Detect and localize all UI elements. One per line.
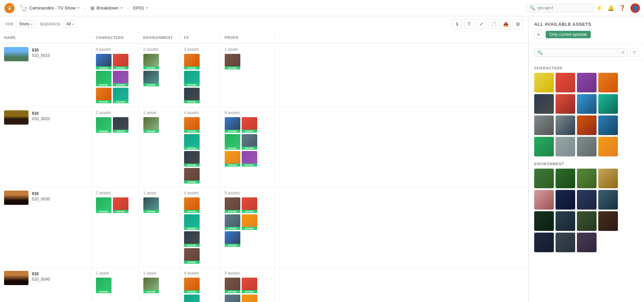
environment-thumb[interactable]: animate [143, 197, 159, 213]
character-thumb[interactable]: animate [113, 88, 128, 103]
panel-environment-thumb[interactable] [577, 169, 597, 188]
fx-thumb[interactable]: animate [184, 295, 200, 302]
character-thumb[interactable]: animate [96, 71, 112, 86]
prop-thumb[interactable]: animate [225, 151, 240, 167]
help-icon[interactable]: ❓ [619, 5, 626, 11]
character-thumb[interactable]: animate [96, 278, 112, 293]
panel-character-thumb[interactable] [577, 115, 597, 135]
shot-thumbnail[interactable] [4, 191, 28, 205]
fx-thumb[interactable]: animate [184, 117, 200, 133]
app-logo[interactable] [4, 3, 15, 14]
character-thumb[interactable]: animate [113, 117, 128, 133]
bell-icon[interactable]: 🔔 [607, 5, 614, 11]
character-thumb[interactable]: animate [113, 197, 128, 213]
panel-character-thumb[interactable] [534, 137, 554, 156]
fx-thumb[interactable]: animate [184, 278, 200, 293]
prop-thumb[interactable]: animate [225, 278, 240, 293]
character-thumb[interactable]: animate [96, 117, 112, 133]
for-select[interactable]: Shots ▾ [16, 20, 36, 28]
fx-thumb[interactable]: animate [184, 54, 200, 69]
shot-thumbnail[interactable] [4, 47, 28, 61]
project-nav-item[interactable]: 🦙 Caminandes - TV Show ▾ [17, 3, 82, 13]
filter-assets-btn[interactable]: ▽ [630, 48, 639, 57]
prop-thumb[interactable]: animate [242, 295, 257, 302]
panel-character-thumb[interactable] [556, 94, 575, 114]
prop-thumb[interactable]: animate [225, 54, 240, 69]
grid-btn[interactable]: ⊞ [513, 19, 523, 29]
panel-environment-thumb[interactable] [534, 190, 554, 210]
lightning-icon[interactable]: ⚡ [596, 5, 603, 11]
character-thumb[interactable]: animate [113, 54, 128, 69]
global-search-input[interactable] [537, 6, 578, 10]
prop-thumb[interactable]: animate [242, 278, 257, 293]
prop-thumb[interactable]: animate [242, 197, 257, 213]
shot-thumbnail[interactable] [4, 271, 28, 285]
export-btn[interactable]: 📤 [501, 19, 511, 29]
prop-thumb[interactable]: animate [225, 117, 240, 133]
prop-thumb[interactable]: animate [225, 214, 240, 230]
panel-environment-thumb[interactable] [598, 190, 618, 210]
character-thumb[interactable]: animate [113, 71, 128, 86]
panel-character-thumb[interactable] [577, 94, 597, 114]
environment-thumb[interactable]: animate [143, 117, 159, 133]
panel-environment-thumb[interactable] [534, 233, 554, 252]
breakdown-nav-item[interactable]: ⊞ Breakdown ▾ [88, 4, 125, 12]
prop-thumb[interactable]: animate [225, 295, 240, 302]
panel-environment-thumb[interactable] [534, 211, 554, 231]
shot-thumbnail[interactable] [4, 110, 28, 125]
prop-thumb[interactable]: animate [225, 231, 240, 247]
shot-name-cell[interactable]: 010 010_0040 [0, 267, 92, 302]
fx-thumb[interactable]: animate [184, 134, 200, 150]
clear-search-btn[interactable]: ✕ [621, 50, 625, 55]
panel-environment-thumb[interactable] [577, 190, 597, 210]
episode-nav-item[interactable]: EP01 ▾ [130, 4, 151, 12]
prop-thumb[interactable]: animate [225, 197, 240, 213]
panel-character-thumb[interactable] [556, 137, 575, 156]
panel-character-thumb[interactable] [556, 115, 575, 135]
shot-name-cell[interactable]: 010 010_0020 [0, 107, 92, 187]
panel-character-thumb[interactable] [598, 115, 618, 135]
prop-thumb[interactable]: animate [242, 134, 257, 150]
panel-environment-thumb[interactable] [598, 211, 618, 231]
export-csv-btn[interactable]: 📄 [488, 19, 499, 29]
prop-thumb[interactable]: animate [242, 151, 257, 167]
panel-character-thumb[interactable] [534, 73, 554, 92]
character-thumb[interactable]: animate [96, 54, 112, 69]
panel-character-thumb[interactable] [577, 73, 597, 92]
fx-thumb[interactable]: animate [184, 214, 200, 230]
character-thumb[interactable]: animate [96, 197, 112, 213]
environment-thumb[interactable]: animate [143, 278, 159, 293]
panel-environment-thumb[interactable] [556, 211, 575, 231]
panel-character-thumb[interactable] [556, 73, 575, 92]
shot-name-cell[interactable]: 010 010_0030 [0, 187, 92, 267]
prop-thumb[interactable]: animate [242, 117, 257, 133]
environment-thumb[interactable]: animate [143, 71, 159, 86]
prop-thumb[interactable]: animate [242, 214, 257, 230]
fx-thumb[interactable]: animate [184, 197, 200, 213]
panel-environment-thumb[interactable] [556, 169, 575, 188]
panel-search-input[interactable] [545, 50, 619, 55]
panel-character-thumb[interactable] [577, 137, 597, 156]
panel-environment-thumb[interactable] [577, 211, 597, 231]
sequence-select[interactable]: All ▾ [63, 20, 77, 28]
panel-character-thumb[interactable] [598, 73, 618, 92]
panel-environment-thumb[interactable] [577, 233, 597, 252]
fx-thumb[interactable]: animate [184, 151, 200, 167]
expand-btn[interactable]: ⤢ [476, 19, 486, 29]
user-avatar[interactable]: 👤 [630, 3, 640, 13]
panel-character-thumb[interactable] [534, 94, 554, 114]
panel-environment-thumb[interactable] [534, 169, 554, 188]
character-thumb[interactable]: animate [96, 88, 112, 103]
prop-thumb[interactable]: animate [225, 134, 240, 150]
environment-thumb[interactable]: animate [143, 54, 159, 69]
info-btn[interactable]: ℹ [452, 19, 462, 29]
text-btn[interactable]: T [464, 19, 474, 29]
panel-environment-thumb[interactable] [598, 169, 618, 188]
panel-character-thumb[interactable] [534, 115, 554, 135]
add-asset-btn[interactable]: + [534, 30, 543, 39]
shot-name-cell[interactable]: 010 010_0010 [0, 43, 92, 107]
global-search-box[interactable]: 🔍 [526, 4, 594, 12]
panel-environment-thumb[interactable] [556, 190, 575, 210]
panel-environment-thumb[interactable] [556, 233, 575, 252]
current-episode-btn[interactable]: Only current episode [546, 31, 591, 38]
